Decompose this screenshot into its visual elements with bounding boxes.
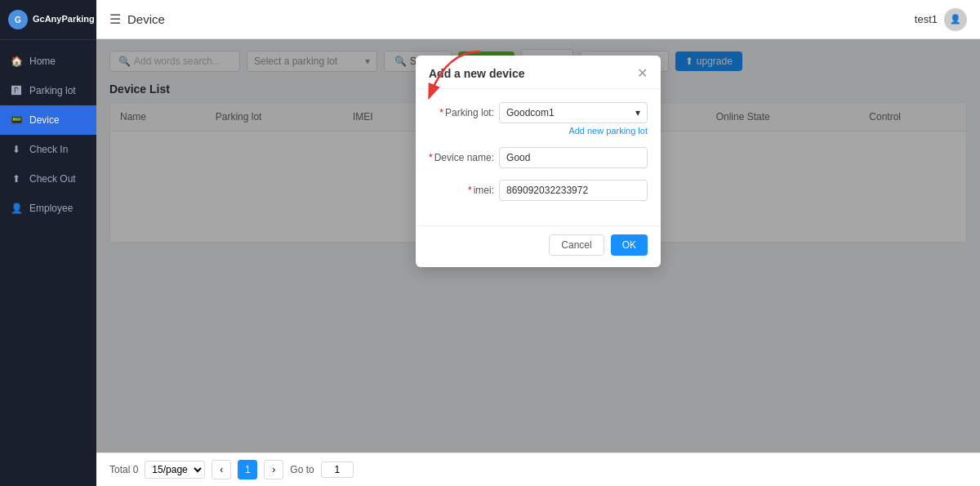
- sidebar-item-device[interactable]: 📟 Device: [0, 105, 96, 135]
- page-size-select[interactable]: 15/page 30/page: [145, 461, 205, 479]
- modal-body: *Parking lot: Goodcom1 ▾ Add new parking…: [416, 89, 661, 225]
- sidebar-item-check-in[interactable]: ⬇ Check In: [0, 135, 96, 164]
- modal-title: Add a new device: [429, 67, 524, 80]
- check-in-icon: ⬇: [10, 143, 23, 156]
- sidebar-item-label: Check Out: [29, 173, 76, 185]
- employee-icon: 👤: [10, 202, 23, 215]
- ok-button[interactable]: OK: [611, 234, 648, 256]
- prev-page-button[interactable]: ‹: [212, 460, 231, 479]
- content-area: 🔍 Add words search... Select a parking l…: [96, 39, 980, 453]
- add-device-modal: Add a new device ✕ *Parking lot: Goodcom…: [416, 56, 661, 267]
- next-page-button[interactable]: ›: [264, 460, 283, 479]
- parking-select-chevron: ▾: [635, 107, 640, 118]
- page-1-button[interactable]: 1: [238, 460, 257, 479]
- sidebar-item-employee[interactable]: 👤 Employee: [0, 194, 96, 223]
- total-count: Total 0: [109, 464, 138, 475]
- main: ☰ Device test1 👤 🔍 Add words search... S…: [96, 0, 980, 486]
- sidebar-nav: 🏠 Home 🅿 Parking lot 📟 Device ⬇ Check In…: [0, 40, 96, 223]
- topbar-right: test1 👤: [915, 8, 967, 31]
- modal-overlay: Add a new device ✕ *Parking lot: Goodcom…: [96, 39, 980, 453]
- parking-lot-control: Goodcom1 ▾ Add new parking lot: [499, 102, 648, 136]
- device-name-row: *Device name:: [429, 147, 648, 168]
- goto-input[interactable]: [321, 461, 354, 478]
- imei-control: [499, 180, 648, 201]
- parking-lot-label: *Parking lot:: [429, 102, 494, 118]
- check-out-icon: ⬆: [10, 172, 23, 185]
- parking-lot-value: Goodcom1: [506, 107, 555, 118]
- cancel-button[interactable]: Cancel: [549, 234, 604, 256]
- page-title: Device: [127, 12, 165, 26]
- sidebar-item-label: Device: [29, 114, 60, 126]
- sidebar-item-home[interactable]: 🏠 Home: [0, 47, 96, 76]
- pagination: Total 0 15/page 30/page ‹ 1 › Go to: [96, 453, 980, 486]
- goto-label: Go to: [290, 464, 314, 475]
- parking-icon: 🅿: [10, 84, 23, 97]
- sidebar-item-check-out[interactable]: ⬆ Check Out: [0, 164, 96, 194]
- device-name-label: *Device name:: [429, 147, 494, 163]
- device-icon: 📟: [10, 114, 23, 127]
- sidebar: G GcAnyParking 🏠 Home 🅿 Parking lot 📟 De…: [0, 0, 96, 486]
- avatar: 👤: [944, 8, 967, 31]
- sidebar-item-label: Employee: [29, 203, 73, 214]
- sidebar-item-parking-lot[interactable]: 🅿 Parking lot: [0, 76, 96, 105]
- modal-footer: Cancel OK: [416, 225, 661, 267]
- topbar-left: ☰ Device: [109, 11, 165, 27]
- close-icon[interactable]: ✕: [637, 67, 648, 80]
- sidebar-item-label: Home: [29, 56, 56, 67]
- username: test1: [915, 13, 938, 25]
- topbar: ☰ Device test1 👤: [96, 0, 980, 39]
- hamburger-icon[interactable]: ☰: [109, 11, 121, 27]
- imei-input[interactable]: [499, 180, 648, 201]
- imei-label: *imei:: [429, 180, 494, 196]
- device-name-control: [499, 147, 648, 168]
- modal-header: Add a new device ✕: [416, 56, 661, 89]
- logo-text: GcAnyParking: [33, 14, 95, 25]
- home-icon: 🏠: [10, 55, 23, 68]
- logo: G GcAnyParking: [0, 0, 96, 40]
- add-parking-lot-link[interactable]: Add new parking lot: [499, 126, 648, 136]
- imei-row: *imei:: [429, 180, 648, 201]
- sidebar-item-label: Check In: [29, 144, 68, 155]
- logo-icon: G: [8, 10, 28, 29]
- parking-lot-select[interactable]: Goodcom1 ▾: [499, 102, 648, 123]
- parking-lot-row: *Parking lot: Goodcom1 ▾ Add new parking…: [429, 102, 648, 136]
- device-name-input[interactable]: [499, 147, 648, 168]
- sidebar-item-label: Parking lot: [29, 85, 76, 96]
